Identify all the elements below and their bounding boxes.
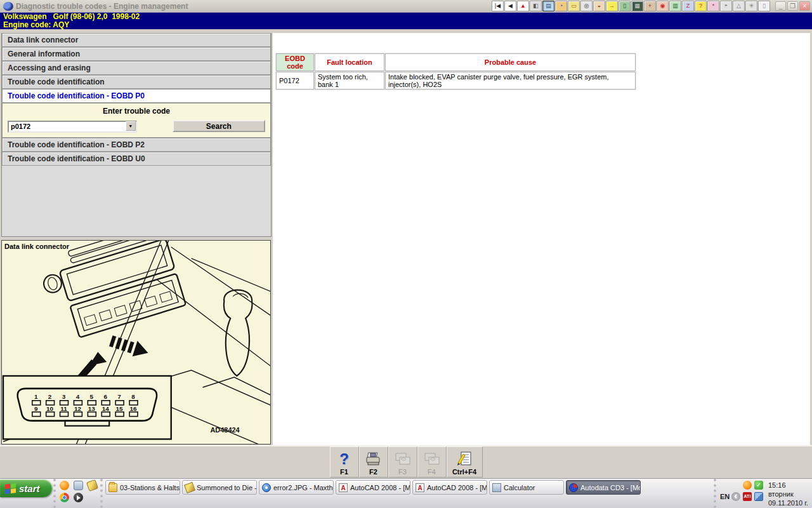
- update-tray-icon[interactable]: [743, 481, 752, 490]
- maxthon-quick-icon[interactable]: [60, 481, 69, 490]
- svg-text:11: 11: [60, 405, 67, 412]
- nav-back-icon[interactable]: ◀: [504, 1, 516, 11]
- gauge-gray-icon[interactable]: ◓: [720, 1, 732, 11]
- fbtn-label: Ctrl+F4: [452, 468, 476, 476]
- ati-tray-icon[interactable]: ATI: [743, 492, 752, 501]
- svg-text:6: 6: [103, 393, 107, 400]
- electrics-icon[interactable]: Z: [682, 1, 694, 11]
- taskbar-item-autodata[interactable]: Autodata CD3 - [Mod...: [566, 480, 641, 495]
- brakes-icon[interactable]: ◉: [657, 1, 669, 11]
- fbtn-label: F3: [398, 468, 407, 476]
- svg-text:5: 5: [90, 393, 94, 400]
- flow-arrow-icon[interactable]: →: [606, 1, 618, 11]
- accordion-label: Trouble code identification - EOBD P2: [8, 140, 145, 149]
- notes-pencil-icon: [456, 450, 473, 468]
- media-player-quick-icon[interactable]: [74, 493, 83, 502]
- accordion-item-trouble-code-identification[interactable]: Trouble code identification: [2, 75, 271, 89]
- fbtn-label: F1: [340, 468, 348, 476]
- technical-drawing-icon[interactable]: ▤: [542, 1, 554, 11]
- nav-first-icon[interactable]: |◀: [492, 1, 504, 11]
- search-button[interactable]: Search: [173, 120, 265, 132]
- taskbar-item-maxthon[interactable]: error2.JPG - Maxthon: [259, 480, 334, 495]
- svg-text:9: 9: [34, 405, 38, 412]
- tray-spacer: [720, 481, 729, 490]
- hazard-gray-icon[interactable]: △: [733, 1, 745, 11]
- taskbar-item-label: Summoned to Die - W...: [197, 484, 257, 491]
- taskbar-item-calculator[interactable]: Calculator: [489, 480, 564, 495]
- car-service-icon[interactable]: ▭: [568, 1, 580, 11]
- accordion-label: Trouble code identification: [8, 77, 105, 86]
- clock[interactable]: 15:16 вторник 09.11.2010 г.: [768, 480, 808, 508]
- chevron-down-icon[interactable]: ▼: [126, 121, 136, 131]
- wheel-icon[interactable]: ◎: [580, 1, 593, 11]
- trouble-code-search-panel: Enter trouble code ▼ Search: [2, 103, 271, 138]
- f3-button[interactable]: F3: [388, 446, 417, 478]
- print-f2-button[interactable]: F2: [359, 446, 388, 478]
- engine-photo-icon[interactable]: ▦: [631, 1, 643, 11]
- help-f1-button[interactable]: ? F1: [330, 446, 359, 478]
- svg-text:12: 12: [74, 405, 82, 412]
- language-indicator[interactable]: EN: [720, 492, 729, 501]
- taskbar-item-label: error2.JPG - Maxthon: [273, 484, 334, 491]
- taskbar-item-stations[interactable]: 03-Stations & Halts: [105, 480, 180, 495]
- accordion-item-eobd-u0[interactable]: Trouble code identification - EOBD U0: [2, 152, 271, 166]
- fbtn-label: F2: [369, 468, 377, 476]
- compass-icon[interactable]: ◔: [555, 1, 567, 11]
- maxthon-icon: [262, 483, 271, 492]
- autodata-icon: [569, 483, 578, 492]
- calculator-quick-icon[interactable]: [74, 481, 83, 490]
- warning-triangle-icon[interactable]: ▲: [517, 1, 529, 11]
- vehicle-header: Volkswagen Golf (98-06) 2,0 1998-02Engin…: [0, 13, 812, 29]
- gears-gray-icon[interactable]: ✳: [745, 1, 757, 11]
- table-header-row: EOBD code Fault location Probable cause: [276, 53, 636, 71]
- cell-eobd-code: P0172: [276, 72, 314, 90]
- help-game-icon[interactable]: ?: [695, 1, 707, 11]
- security-tray-icon[interactable]: [754, 481, 763, 490]
- window-title: Diagnostic trouble codes - Engine manage…: [16, 2, 188, 11]
- taskbar-item-autocad-1[interactable]: AutoCAD 2008 - [M:\...: [336, 480, 410, 495]
- table-row: P0172 System too rich, bank 1 Intake blo…: [276, 72, 636, 90]
- accordion-item-accessing-erasing[interactable]: Accessing and erasing: [2, 61, 271, 75]
- accordion-label: Accessing and erasing: [8, 64, 91, 72]
- rollback-tray-icon[interactable]: [731, 492, 740, 501]
- gauges-icon[interactable]: ◒: [593, 1, 605, 11]
- taskbar-item-autocad-2[interactable]: AutoCAD 2008 - [M:\...: [412, 480, 487, 495]
- door-icon[interactable]: ▯: [758, 1, 770, 11]
- header-eobd-code: EOBD code: [276, 53, 314, 71]
- network-tray-icon[interactable]: [754, 492, 763, 501]
- diagnostics-icon[interactable]: *: [707, 1, 719, 11]
- f4-button[interactable]: F4: [417, 446, 447, 478]
- accordion-item-data-link-connector[interactable]: Data link connector: [2, 33, 271, 47]
- accordion-item-eobd-p0[interactable]: Trouble code identification - EOBD P0: [2, 89, 271, 103]
- display-contrast-icon[interactable]: ◧: [530, 1, 542, 11]
- chrome-quick-icon[interactable]: [60, 493, 69, 502]
- svg-text:7: 7: [117, 393, 121, 400]
- vehicle-line: Volkswagen Golf (98-06) 2,0 1998-02: [3, 12, 140, 21]
- quick-launch: [53, 479, 103, 508]
- trouble-code-input[interactable]: [8, 121, 137, 133]
- restore-button[interactable]: ❐: [787, 1, 798, 11]
- window-controls: _ ❐ ×: [775, 1, 810, 11]
- taskbar-item-label: 03-Stations & Halts: [120, 484, 180, 491]
- tools-icon[interactable]: +: [644, 1, 656, 11]
- copier-icon[interactable]: ▥: [669, 1, 681, 11]
- brush-icon: [184, 482, 195, 493]
- brush-quick-icon[interactable]: [86, 479, 98, 491]
- taskbar-item-summoned[interactable]: Summoned to Die - W...: [182, 480, 257, 495]
- close-button[interactable]: ×: [799, 1, 810, 11]
- taskbar: start 03-Stations & Halts Summoned to Di…: [0, 478, 812, 508]
- minimize-button[interactable]: _: [775, 1, 786, 11]
- windows-logo-icon: [5, 483, 16, 494]
- lift-icon[interactable]: ▯: [619, 1, 631, 11]
- clock-date: 09.11.2010 г.: [768, 498, 808, 507]
- help-icon: ?: [339, 450, 349, 468]
- illustration-title: Data link connector: [4, 243, 69, 250]
- accordion-item-eobd-p2[interactable]: Trouble code identification - EOBD P2: [2, 138, 271, 152]
- trouble-code-table: EOBD code Fault location Probable cause …: [275, 53, 636, 90]
- autodata-logo-icon: [3, 2, 13, 11]
- accordion-item-general-information[interactable]: General information: [2, 47, 271, 61]
- start-button[interactable]: start: [0, 479, 52, 497]
- ctrl-f4-button[interactable]: Ctrl+F4: [447, 446, 483, 478]
- autocad-icon: [416, 483, 424, 492]
- svg-text:14: 14: [102, 405, 110, 412]
